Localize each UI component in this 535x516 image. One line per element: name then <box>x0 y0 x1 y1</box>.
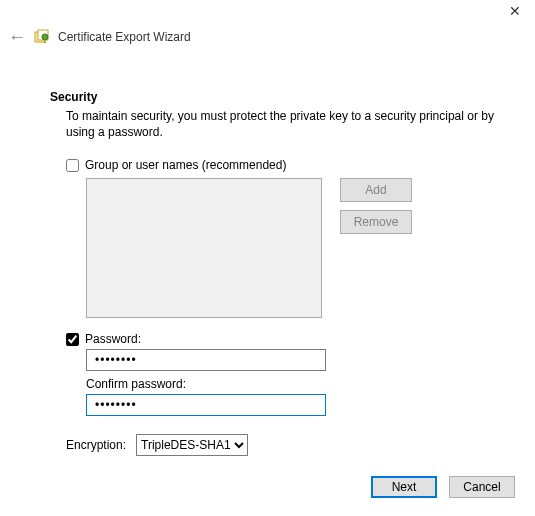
encryption-label: Encryption: <box>66 438 126 452</box>
group-user-names-label: Group or user names (recommended) <box>85 158 286 172</box>
wizard-title: Certificate Export Wizard <box>58 30 191 44</box>
confirm-password-input[interactable] <box>86 394 326 416</box>
certificate-wizard-icon <box>34 29 50 45</box>
close-icon[interactable]: ✕ <box>509 3 521 19</box>
cancel-button[interactable]: Cancel <box>449 476 515 498</box>
add-button[interactable]: Add <box>340 178 412 202</box>
encryption-select[interactable]: TripleDES-SHA1 <box>136 434 248 456</box>
svg-point-2 <box>42 34 48 40</box>
section-description: To maintain security, you must protect t… <box>66 108 515 140</box>
password-checkbox[interactable] <box>66 333 79 346</box>
next-button[interactable]: Next <box>371 476 437 498</box>
remove-button[interactable]: Remove <box>340 210 412 234</box>
password-label: Password: <box>85 332 141 346</box>
group-user-names-checkbox[interactable] <box>66 159 79 172</box>
back-arrow-icon[interactable]: ← <box>8 28 26 46</box>
password-input[interactable] <box>86 349 326 371</box>
group-user-names-list <box>86 178 322 318</box>
confirm-password-label: Confirm password: <box>86 377 515 391</box>
section-heading: Security <box>50 90 515 104</box>
